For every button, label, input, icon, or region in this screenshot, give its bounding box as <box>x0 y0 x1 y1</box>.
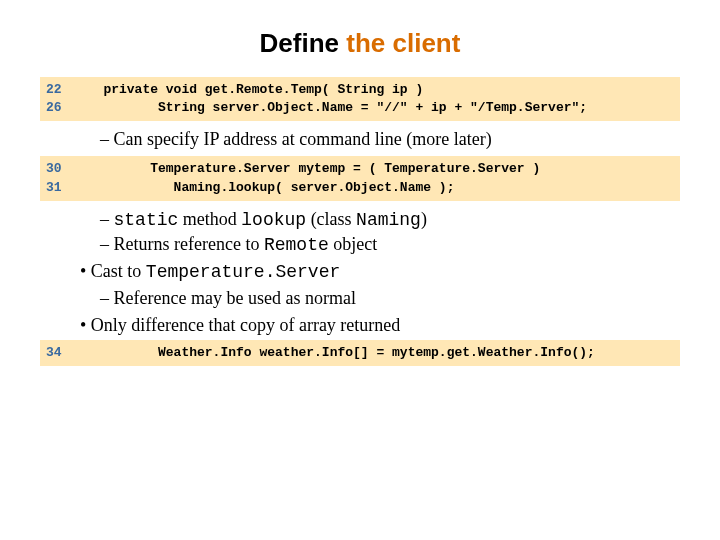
line-number: 30 <box>46 160 80 178</box>
code-line: 31 Naming.lookup( server.Object.Name ); <box>46 179 674 197</box>
code-block-3: 34 Weather.Info weather.Info[] = mytemp.… <box>40 340 680 366</box>
code-line: 26 String server.Object.Name = "//" + ip… <box>46 99 674 117</box>
line-number: 34 <box>46 344 80 362</box>
code-text: Temperature.Server mytemp = ( Temperatur… <box>80 161 540 176</box>
code-block-1: 22 private void get.Remote.Temp( String … <box>40 77 680 121</box>
slide-title: Define the client <box>40 28 680 59</box>
code-line: 34 Weather.Info weather.Info[] = mytemp.… <box>46 344 674 362</box>
title-black: Define <box>260 28 347 58</box>
code-text: String server.Object.Name = "//" + ip + … <box>80 100 587 115</box>
line-number: 31 <box>46 179 80 197</box>
subbullet-cast: Cast to Temperature.Server <box>80 261 680 282</box>
code-text: Naming.lookup( server.Object.Name ); <box>80 180 454 195</box>
bullet-reference-normal: Reference may be used as normal <box>100 288 680 309</box>
code-block-2: 30 Temperature.Server mytemp = ( Tempera… <box>40 156 680 200</box>
line-number: 22 <box>46 81 80 99</box>
bullet-static-lookup: static method lookup (class Naming) <box>100 209 680 230</box>
code-line: 22 private void get.Remote.Temp( String … <box>46 81 674 99</box>
bullet-returns-remote: Returns reference to Remote object <box>100 234 680 255</box>
code-line: 30 Temperature.Server mytemp = ( Tempera… <box>46 160 674 178</box>
code-text: private void get.Remote.Temp( String ip … <box>80 82 423 97</box>
bullet-ip-address: Can specify IP address at command line (… <box>100 129 680 150</box>
line-number: 26 <box>46 99 80 117</box>
subbullet-array-copy: Only difference that copy of array retur… <box>80 315 680 336</box>
code-text: Weather.Info weather.Info[] = mytemp.get… <box>80 345 595 360</box>
title-orange: the client <box>346 28 460 58</box>
